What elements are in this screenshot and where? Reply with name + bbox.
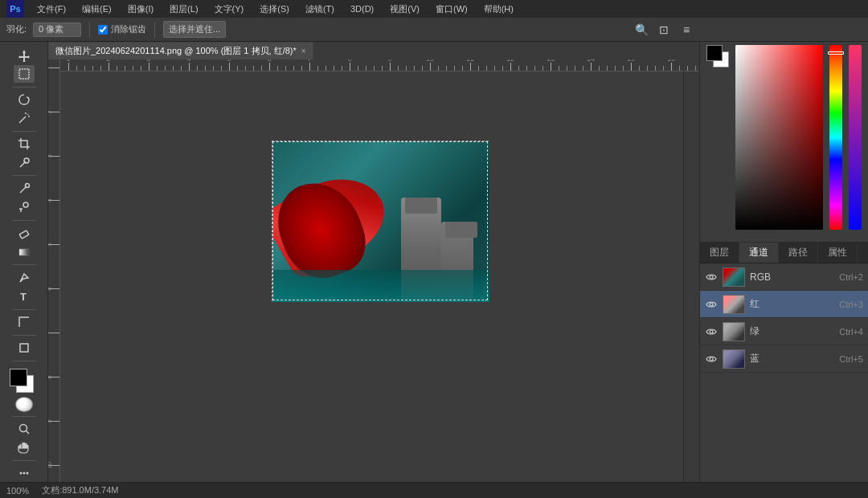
hue-indicator — [828, 51, 844, 55]
arrange-icon[interactable]: ⊡ — [655, 21, 673, 39]
app-logo: Ps — [6, 0, 24, 18]
svg-rect-13 — [19, 231, 29, 239]
menu-help[interactable]: 帮助(H) — [481, 3, 517, 15]
tab-paths[interactable]: 路径 — [779, 243, 818, 263]
zoom-level: 100% — [6, 486, 29, 496]
color-gradient-inner — [735, 45, 823, 230]
color-alpha-bar[interactable] — [849, 45, 862, 230]
channel-row-0[interactable]: RGBCtrl+2 — [700, 263, 868, 291]
aa-checkbox-container: 消除锯齿 — [98, 23, 146, 35]
feather-input[interactable] — [33, 22, 81, 37]
image-simulation — [272, 141, 489, 302]
tool-eyedropper[interactable] — [14, 154, 35, 171]
tab-filename: 微信图片_20240624201114.png @ 100% (图层 1 拷贝,… — [55, 45, 297, 57]
channel-eye-2[interactable] — [705, 325, 718, 338]
menu-filter[interactable]: 滤镜(T) — [302, 3, 338, 15]
menu-window[interactable]: 窗口(W) — [432, 3, 471, 15]
tool-move[interactable] — [14, 47, 35, 63]
channel-name-0: RGB — [750, 271, 834, 283]
tool-pen[interactable] — [14, 269, 35, 286]
channel-row-2[interactable]: 绿Ctrl+4 — [700, 318, 868, 345]
menu-bar: Ps 文件(F) 编辑(E) 图像(I) 图层(L) 文字(Y) 选择(S) 滤… — [0, 0, 868, 18]
svg-point-20 — [23, 472, 25, 475]
toolbar-separator — [89, 22, 90, 38]
menu-select[interactable]: 选择(S) — [256, 3, 293, 15]
img-water — [272, 270, 489, 302]
tool-gradient[interactable] — [14, 243, 35, 260]
tab-document[interactable]: 微信图片_20240624201114.png @ 100% (图层 1 拷贝,… — [48, 42, 313, 59]
channel-shortcut-3: Ctrl+5 — [839, 354, 863, 364]
feather-label: 羽化: — [6, 23, 27, 35]
color-swatches-panel — [706, 45, 729, 67]
select-mask-button[interactable]: 选择并遮住... — [163, 21, 226, 38]
img-post2-top — [445, 222, 477, 238]
layers-panel: 图层 通道 路径 属性 RGBCtrl+2红Ctrl+3绿Ctrl+4蓝Ctrl… — [700, 243, 868, 498]
channel-thumb-0 — [723, 267, 745, 287]
tool-separator-3 — [12, 175, 36, 176]
panel-icon-strip: A — [683, 42, 699, 482]
menu-view[interactable]: 视图(V) — [387, 3, 423, 15]
ruler-top-marks: 12345678910111213141516 — [60, 59, 699, 71]
foreground-color-swatch[interactable] — [10, 369, 27, 386]
tool-crop[interactable] — [14, 136, 35, 153]
svg-line-5 — [27, 114, 28, 115]
tab-properties[interactable]: 属性 — [818, 243, 858, 263]
more-icon[interactable]: ≡ — [678, 21, 695, 39]
tool-path-select[interactable] — [14, 313, 35, 330]
color-hue-bar[interactable] — [829, 45, 842, 230]
tool-lasso[interactable] — [14, 91, 35, 108]
tab-layers[interactable]: 图层 — [700, 243, 739, 263]
channel-row-1[interactable]: 红Ctrl+3 — [700, 291, 868, 318]
tool-magic-wand[interactable] — [14, 110, 35, 127]
menu-text[interactable]: 文字(Y) — [211, 3, 248, 15]
menu-3d[interactable]: 3D(D) — [347, 4, 377, 14]
menu-image[interactable]: 图像(I) — [125, 3, 157, 15]
color-gradient-picker[interactable] — [735, 45, 823, 230]
tool-brush[interactable] — [14, 180, 35, 197]
panel-fg-swatch[interactable] — [706, 45, 723, 61]
canvas-area[interactable] — [60, 71, 699, 482]
tool-zoom[interactable] — [14, 420, 35, 437]
svg-text:T: T — [20, 291, 27, 303]
tool-shape[interactable] — [14, 340, 35, 357]
tab-close-button[interactable]: × — [301, 47, 306, 55]
menu-file[interactable]: 文件(F) — [34, 3, 69, 15]
channel-eye-0[interactable] — [705, 271, 718, 284]
channel-row-3[interactable]: 蓝Ctrl+5 — [700, 345, 868, 373]
tool-marquee[interactable] — [14, 65, 35, 82]
svg-point-17 — [19, 424, 27, 431]
menu-edit[interactable]: 编辑(E) — [79, 3, 115, 15]
channel-shortcut-1: Ctrl+3 — [839, 300, 863, 309]
channel-eye-3[interactable] — [705, 353, 718, 365]
svg-point-19 — [19, 472, 22, 475]
color-panel: 颜色 色板 — [700, 18, 868, 243]
tool-separator-9 — [12, 416, 36, 417]
tool-separator-8 — [12, 361, 36, 361]
search-icon[interactable]: 🔍 — [633, 21, 650, 39]
tool-misc[interactable] — [14, 465, 35, 482]
tool-hand[interactable] — [14, 439, 35, 456]
svg-point-22 — [710, 276, 713, 279]
channel-eye-1[interactable] — [705, 298, 718, 311]
tool-stamp[interactable] — [14, 199, 35, 216]
toolbar-separator2 — [154, 22, 155, 38]
svg-point-24 — [710, 330, 713, 333]
tool-separator-4 — [12, 220, 36, 221]
tab-bar: 微信图片_20240624201114.png @ 100% (图层 1 拷贝,… — [48, 42, 699, 59]
tool-eraser[interactable] — [14, 225, 35, 242]
svg-point-10 — [23, 202, 28, 207]
tool-separator-1 — [12, 87, 36, 88]
menu-layer[interactable]: 图层(L) — [166, 3, 201, 15]
svg-point-23 — [710, 303, 713, 306]
file-size-info: 文档:891.0M/3.74M — [42, 484, 118, 496]
quick-mask-toggle[interactable] — [15, 397, 33, 411]
tool-separator-5 — [12, 264, 36, 265]
aa-checkbox[interactable] — [98, 25, 108, 35]
svg-rect-14 — [19, 249, 29, 255]
channel-thumb-1 — [723, 295, 745, 314]
channel-shortcut-0: Ctrl+2 — [839, 272, 863, 282]
tab-channels[interactable]: 通道 — [739, 243, 779, 263]
tool-separator-6 — [12, 309, 36, 310]
canvas-image — [272, 141, 489, 301]
tool-text[interactable]: T — [14, 288, 35, 304]
